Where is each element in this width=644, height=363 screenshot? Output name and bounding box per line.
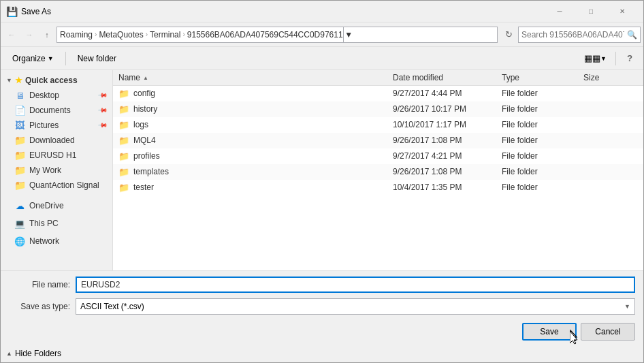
minimize-button[interactable]: ─ xyxy=(544,1,575,22)
documents-icon: 📄 xyxy=(14,105,25,116)
view-icon: ▦▦ xyxy=(584,53,600,63)
file-name-cell: 📁 profiles xyxy=(118,151,393,161)
quick-access-label: Quick access xyxy=(25,76,78,85)
cancel-button[interactable]: Cancel xyxy=(581,323,635,341)
maximize-button[interactable]: □ xyxy=(575,1,607,22)
hide-folders-chevron-icon: ▲ xyxy=(6,350,12,357)
address-bar: ← → ↑ Roaming › MetaQuotes › Terminal › … xyxy=(1,22,643,47)
save-button[interactable]: Save xyxy=(522,323,577,341)
close-button[interactable]: ✕ xyxy=(607,1,638,22)
network-icon: 🌐 xyxy=(14,236,25,247)
file-type-cell: File folder xyxy=(502,151,583,161)
back-button[interactable]: ← xyxy=(3,27,20,43)
file-date-cell: 9/27/2017 4:21 PM xyxy=(393,151,502,161)
file-type-cell: File folder xyxy=(502,136,583,145)
table-row[interactable]: 📁 templates 9/26/2017 1:08 PM File folde… xyxy=(113,164,643,180)
view-button[interactable]: ▦▦ ▼ xyxy=(581,50,610,67)
sidebar-item-onedrive[interactable]: ☁ OneDrive xyxy=(1,198,112,213)
breadcrumb-dropdown[interactable]: ▼ xyxy=(343,27,354,43)
savetype-label: Save as type: xyxy=(9,302,70,311)
sidebar-section-quick-access[interactable]: ▼ ★ Quick access xyxy=(1,73,112,88)
sort-icon: ▲ xyxy=(143,75,148,81)
table-row[interactable]: 📁 history 9/26/2017 10:17 PM File folder xyxy=(113,101,643,117)
folder-icon: 📁 xyxy=(118,166,129,177)
help-button[interactable]: ? xyxy=(622,50,638,67)
file-name-cell: 📁 config xyxy=(118,88,393,99)
window-controls: ─ □ ✕ xyxy=(544,1,638,22)
column-name[interactable]: Name ▲ xyxy=(118,73,393,82)
file-type-cell: File folder xyxy=(502,183,583,192)
breadcrumb[interactable]: Roaming › MetaQuotes › Terminal › 915566… xyxy=(60,30,343,40)
sidebar-item-eurusd[interactable]: 📁 EURUSD H1 xyxy=(1,148,112,163)
file-name-cell: 📁 logs xyxy=(118,119,393,130)
toolbar-separator-2 xyxy=(615,52,616,65)
sidebar-item-mywork[interactable]: 📁 My Work xyxy=(1,163,112,178)
sidebar-item-documents[interactable]: 📄 Documents 📌 xyxy=(1,103,112,118)
table-row[interactable]: 📁 config 9/27/2017 4:44 PM File folder xyxy=(113,86,643,101)
savetype-select[interactable]: ASCII Text (*.csv) ▼ xyxy=(76,298,635,315)
sidebar-item-quantaction[interactable]: 📁 QuantAction Signal xyxy=(1,178,112,193)
window-title: Save As xyxy=(21,7,544,16)
hide-folders-row[interactable]: ▲ Hide Folders xyxy=(1,346,643,362)
help-icon: ? xyxy=(627,53,632,63)
folder-icon: 📁 xyxy=(118,88,129,99)
hide-folders-label: Hide Folders xyxy=(15,349,61,358)
filename-row: File name: xyxy=(1,271,643,296)
bottom-section: File name: Save as type: ASCII Text (*.c… xyxy=(1,270,643,362)
file-type-cell: File folder xyxy=(502,89,583,98)
new-folder-label: New folder xyxy=(78,54,116,63)
search-icon: 🔍 xyxy=(627,30,637,40)
file-list: Name ▲ Date modified Type Size 📁 config … xyxy=(113,70,643,270)
file-name-cell: 📁 MQL4 xyxy=(118,135,393,146)
search-input[interactable] xyxy=(521,30,624,40)
savetype-row: Save as type: ASCII Text (*.csv) ▼ xyxy=(1,296,643,320)
mywork-folder-icon: 📁 xyxy=(14,165,25,176)
folder-icon: 📁 xyxy=(118,119,129,130)
search-box[interactable]: 🔍 xyxy=(518,27,641,43)
sidebar: ▼ ★ Quick access 🖥 Desktop 📌 📄 Documents xyxy=(1,70,113,270)
onedrive-label: OneDrive xyxy=(29,201,107,210)
file-date-cell: 9/27/2017 4:44 PM xyxy=(393,89,502,98)
save-as-dialog: 💾 Save As ─ □ ✕ ← → ↑ Roaming › MetaQuot… xyxy=(0,0,644,363)
new-folder-button[interactable]: New folder xyxy=(71,50,123,67)
organize-arrow-icon: ▼ xyxy=(48,55,54,62)
sidebar-item-downloaded[interactable]: 📁 Downloaded xyxy=(1,133,112,148)
savetype-arrow-icon: ▼ xyxy=(624,303,630,310)
sidebar-item-network[interactable]: 🌐 Network xyxy=(1,234,112,249)
table-row[interactable]: 📁 MQL4 9/26/2017 1:08 PM File folder xyxy=(113,133,643,148)
file-date-cell: 9/26/2017 1:08 PM xyxy=(393,167,502,176)
sidebar-item-thispc[interactable]: 💻 This PC xyxy=(1,216,112,231)
column-date[interactable]: Date modified xyxy=(393,73,502,82)
thispc-label: This PC xyxy=(29,219,107,228)
organize-button[interactable]: Organize ▼ xyxy=(6,50,60,67)
quantaction-label: QuantAction Signal xyxy=(29,180,107,190)
pin-icon-3: 📌 xyxy=(98,121,108,131)
file-type-cell: File folder xyxy=(502,120,583,129)
folder-icon: 📁 xyxy=(118,151,129,161)
thispc-icon: 💻 xyxy=(14,218,25,229)
filename-input[interactable] xyxy=(76,277,635,293)
desktop-label: Desktop xyxy=(29,91,95,100)
sidebar-item-pictures[interactable]: 🖼 Pictures 📌 xyxy=(1,118,112,133)
column-size[interactable]: Size xyxy=(583,73,638,82)
table-row[interactable]: 📁 logs 10/10/2017 1:17 PM File folder xyxy=(113,117,643,133)
downloaded-label: Downloaded xyxy=(29,136,107,145)
sidebar-item-desktop[interactable]: 🖥 Desktop 📌 xyxy=(1,88,112,103)
up-button[interactable]: ↑ xyxy=(39,27,55,43)
file-date-cell: 9/26/2017 1:08 PM xyxy=(393,136,502,145)
table-row[interactable]: 📁 profiles 9/27/2017 4:21 PM File folder xyxy=(113,148,643,164)
window-icon: 💾 xyxy=(6,6,17,17)
button-row: Save Cancel xyxy=(1,320,643,346)
toolbar-separator xyxy=(65,52,66,65)
column-type[interactable]: Type xyxy=(502,73,583,82)
breadcrumb-bar: Roaming › MetaQuotes › Terminal › 915566… xyxy=(57,27,498,43)
refresh-button[interactable]: ↻ xyxy=(500,27,517,43)
file-list-header: Name ▲ Date modified Type Size xyxy=(113,70,643,86)
table-row[interactable]: 📁 tester 10/4/2017 1:35 PM File folder xyxy=(113,180,643,195)
pin-icon-2: 📌 xyxy=(98,106,108,116)
file-name-cell: 📁 history xyxy=(118,104,393,114)
forward-button[interactable]: → xyxy=(21,27,37,43)
pictures-icon: 🖼 xyxy=(14,120,25,131)
title-bar: 💾 Save As ─ □ ✕ xyxy=(1,1,643,22)
folder-icon: 📁 xyxy=(118,182,129,193)
